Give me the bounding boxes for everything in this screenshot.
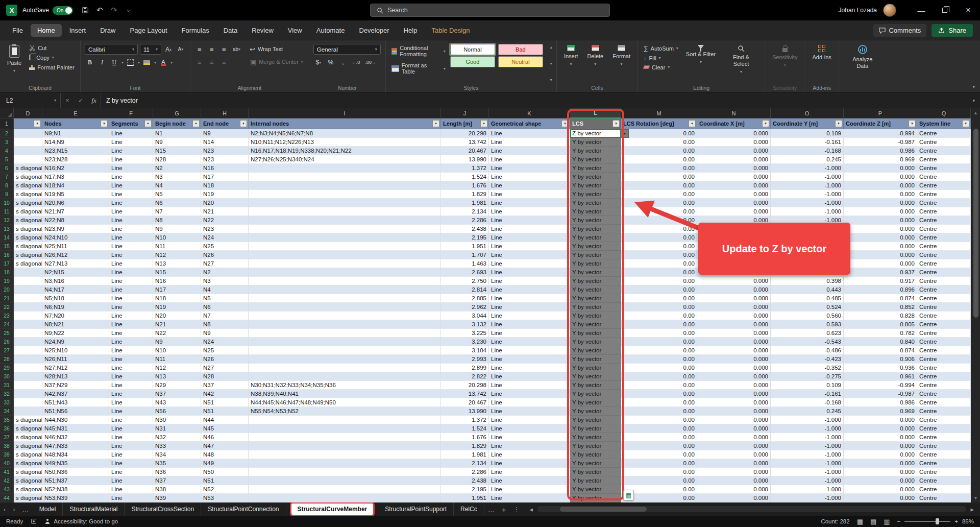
- row-header-37[interactable]: 37: [0, 433, 14, 442]
- cell-N41[interactable]: 0.000: [697, 468, 771, 476]
- ribbon-tab-table-design[interactable]: Table Design: [425, 24, 476, 37]
- cell-F38[interactable]: Line: [109, 442, 153, 450]
- cell-M28[interactable]: 0.00: [621, 355, 697, 364]
- cell-N21[interactable]: 0.000: [697, 294, 771, 303]
- row-header-4[interactable]: 4: [0, 147, 14, 155]
- cell-F40[interactable]: Line: [109, 459, 153, 468]
- cell-N35[interactable]: 0.000: [697, 416, 771, 424]
- cell-K12[interactable]: Line: [489, 216, 570, 225]
- cell-I9[interactable]: [249, 190, 441, 199]
- cell-J4[interactable]: 20.467: [441, 147, 489, 155]
- cell-E14[interactable]: N24;N10: [42, 233, 109, 242]
- user-name[interactable]: Johan Lozada: [839, 7, 877, 14]
- cell-E31[interactable]: N37;N29: [42, 381, 109, 390]
- cell-K34[interactable]: Line: [489, 407, 570, 416]
- cell-M34[interactable]: 0.00: [621, 407, 697, 416]
- align-center-button[interactable]: ≡: [207, 57, 217, 67]
- cell-O7[interactable]: -1.000: [771, 173, 844, 181]
- cell-P9[interactable]: 0.000: [844, 190, 917, 199]
- cell-P31[interactable]: -0.994: [844, 381, 917, 390]
- select-all-corner[interactable]: [0, 108, 14, 118]
- cell-M43[interactable]: 0.00: [621, 485, 697, 494]
- cell-E24[interactable]: N8;N21: [42, 320, 109, 329]
- cell-K41[interactable]: Line: [489, 468, 570, 476]
- cell-E30[interactable]: N28;N13: [42, 372, 109, 381]
- format-cells-button[interactable]: Format ▾: [609, 44, 633, 83]
- cell-style-bad[interactable]: Bad: [498, 44, 543, 55]
- cell-H32[interactable]: N42: [201, 390, 249, 398]
- cell-E37[interactable]: N46;N32: [42, 433, 109, 442]
- header-cell-E[interactable]: Nodes▾: [42, 118, 109, 129]
- cell-J27[interactable]: 3.104: [441, 346, 489, 355]
- row-header-19[interactable]: 19: [0, 277, 14, 285]
- excel-app-icon[interactable]: X: [6, 5, 17, 16]
- underline-button[interactable]: U: [109, 57, 119, 67]
- cell-M7[interactable]: 0.00: [621, 173, 697, 181]
- cell-F4[interactable]: Line: [109, 147, 153, 155]
- header-cell-D[interactable]: ▾: [14, 118, 42, 129]
- cell-L30[interactable]: Y by vector: [570, 372, 621, 381]
- cell-M5[interactable]: 0.00: [621, 155, 697, 164]
- cell-P42[interactable]: 0.000: [844, 476, 917, 485]
- cell-N23[interactable]: 0.000: [697, 312, 771, 320]
- row-header-38[interactable]: 38: [0, 442, 14, 450]
- minimize-button[interactable]: —: [910, 0, 933, 20]
- cell-G11[interactable]: N7: [153, 207, 201, 216]
- cell-Q35[interactable]: Centre: [917, 416, 971, 424]
- cell-M4[interactable]: 0.00: [621, 147, 697, 155]
- cell-D33[interactable]: [14, 398, 42, 407]
- cell-D21[interactable]: [14, 294, 42, 303]
- cell-E23[interactable]: N7;N20: [42, 312, 109, 320]
- cell-N17[interactable]: 0.000: [697, 259, 771, 268]
- cell-Q40[interactable]: Centre: [917, 459, 971, 468]
- cell-Q43[interactable]: Centre: [917, 485, 971, 494]
- cell-I42[interactable]: [249, 476, 441, 485]
- cell-O13[interactable]: -1.000: [771, 225, 844, 233]
- accounting-format-button[interactable]: $▾: [313, 57, 324, 67]
- cell-D40[interactable]: s diagonal: [14, 459, 42, 468]
- filter-button-Q[interactable]: ▾: [962, 120, 969, 127]
- cell-E35[interactable]: N44;N30: [42, 416, 109, 424]
- cell-L31[interactable]: Y by vector: [570, 381, 621, 390]
- cell-H4[interactable]: N23: [201, 147, 249, 155]
- sheet-tab-structuralcrosssection[interactable]: StructuralCrossSection: [125, 502, 201, 516]
- zoom-slider-thumb[interactable]: [936, 518, 939, 524]
- cell-K36[interactable]: Line: [489, 424, 570, 433]
- cell-J15[interactable]: 1.951: [441, 242, 489, 251]
- ribbon-tab-automate[interactable]: Automate: [310, 24, 352, 37]
- cell-D17[interactable]: s diagonal: [14, 259, 42, 268]
- scroll-down-arrow[interactable]: ▼: [971, 493, 980, 502]
- cell-Q16[interactable]: Centre: [917, 251, 971, 259]
- cell-P27[interactable]: 0.874: [844, 346, 917, 355]
- cell-N25[interactable]: 0.000: [697, 329, 771, 338]
- cell-D5[interactable]: [14, 155, 42, 164]
- cell-F16[interactable]: Line: [109, 251, 153, 259]
- row-header-28[interactable]: 28: [0, 355, 14, 364]
- cell-E27[interactable]: N25;N10: [42, 346, 109, 355]
- row-header-30[interactable]: 30: [0, 372, 14, 381]
- cell-D30[interactable]: [14, 372, 42, 381]
- cell-I32[interactable]: N38;N39;N40;N41: [249, 390, 441, 398]
- page-break-view-button[interactable]: ▥: [884, 518, 890, 525]
- horizontal-scroll-thumb[interactable]: [560, 507, 647, 512]
- row-header-42[interactable]: 42: [0, 476, 14, 485]
- cell-J12[interactable]: 2.286: [441, 216, 489, 225]
- zoom-in-button[interactable]: +: [954, 518, 958, 524]
- cell-D29[interactable]: [14, 364, 42, 372]
- cell-N15[interactable]: 0.000: [697, 242, 771, 251]
- cell-F41[interactable]: Line: [109, 468, 153, 476]
- cell-K30[interactable]: Line: [489, 372, 570, 381]
- cell-N43[interactable]: 0.000: [697, 485, 771, 494]
- cell-K24[interactable]: Line: [489, 320, 570, 329]
- cell-H25[interactable]: N9: [201, 329, 249, 338]
- filter-button-J[interactable]: ▾: [480, 120, 487, 127]
- sort-filter-button[interactable]: Sort & Filter ▾: [683, 44, 719, 83]
- cell-J10[interactable]: 1.981: [441, 199, 489, 207]
- ribbon-tab-developer[interactable]: Developer: [352, 24, 396, 37]
- cell-G13[interactable]: N9: [153, 225, 201, 233]
- cell-L35[interactable]: Y by vector: [570, 416, 621, 424]
- cell-G44[interactable]: N39: [153, 494, 201, 502]
- cell-M17[interactable]: 0.00: [621, 259, 697, 268]
- cell-J43[interactable]: 2.195: [441, 485, 489, 494]
- cell-I44[interactable]: [249, 494, 441, 502]
